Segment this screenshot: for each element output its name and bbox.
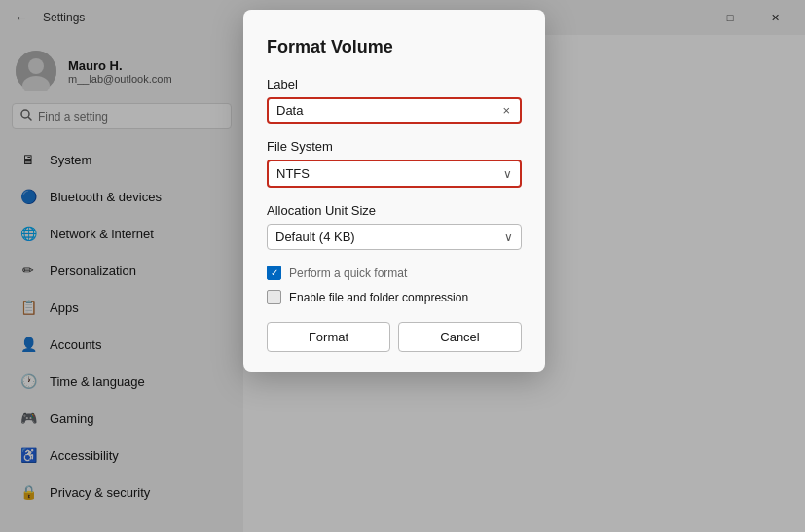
- format-volume-dialog: Format Volume Label × File System NTFS ∨: [243, 10, 545, 372]
- quick-format-group: Perform a quick format: [267, 266, 522, 280]
- clear-label-button[interactable]: ×: [500, 103, 512, 118]
- settings-window: ← Settings ─ □ ✕ Mauro H.: [0, 0, 805, 532]
- label-input-wrapper: ×: [267, 97, 522, 124]
- compression-checkbox[interactable]: [267, 290, 281, 304]
- label-field-group: Label ×: [267, 77, 522, 124]
- compression-label: Enable file and folder compression: [289, 291, 468, 304]
- allocation-arrow: ∨: [504, 231, 513, 244]
- cancel-button[interactable]: Cancel: [398, 322, 522, 352]
- allocation-label: Allocation Unit Size: [267, 203, 522, 218]
- modal-overlay: Format Volume Label × File System NTFS ∨: [0, 0, 805, 532]
- file-system-label: File System: [267, 139, 522, 154]
- quick-format-label: Perform a quick format: [289, 266, 407, 280]
- allocation-value: Default (4 KB): [275, 230, 504, 244]
- file-system-select[interactable]: NTFS ∨: [267, 160, 522, 188]
- modal-title: Format Volume: [267, 37, 522, 57]
- allocation-group: Allocation Unit Size Default (4 KB) ∨: [267, 203, 522, 250]
- file-system-arrow: ∨: [503, 167, 512, 181]
- format-button[interactable]: Format: [267, 322, 390, 352]
- compression-group: Enable file and folder compression: [267, 290, 522, 304]
- file-system-group: File System NTFS ∨: [267, 139, 522, 188]
- label-input[interactable]: [276, 103, 500, 118]
- label-field-label: Label: [267, 77, 522, 91]
- allocation-select[interactable]: Default (4 KB) ∨: [267, 224, 522, 250]
- file-system-value: NTFS: [276, 166, 503, 181]
- quick-format-checkbox[interactable]: [267, 266, 281, 280]
- modal-buttons: Format Cancel: [267, 322, 522, 352]
